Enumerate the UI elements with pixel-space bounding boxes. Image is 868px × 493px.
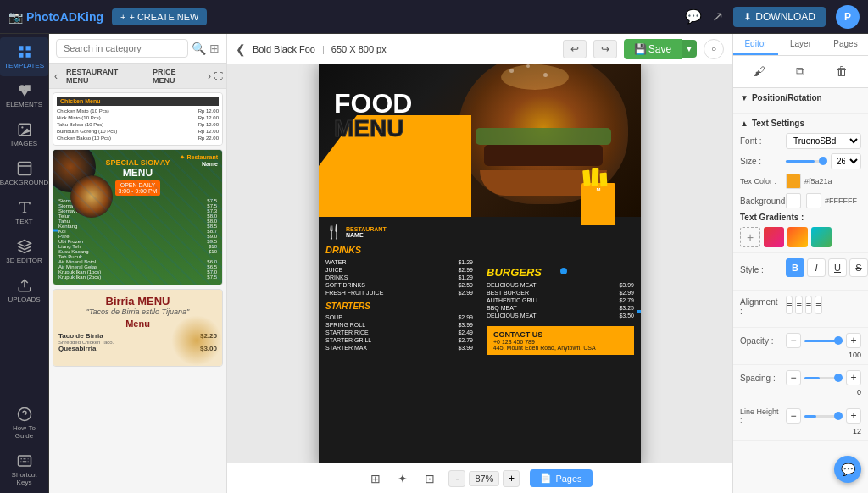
blue-arrow-right <box>637 310 641 313</box>
design-canvas[interactable]: FOOD MENU 🍴 RESTAURANT NAME <box>319 64 641 463</box>
line-height-minus-button[interactable]: − <box>786 408 801 424</box>
sidebar-background-label: BACKGROUND <box>0 179 48 186</box>
sidebar-item-shortcut[interactable]: Shortcut Keys <box>0 446 48 493</box>
canvas-wrapper[interactable]: FOOD MENU 🍴 RESTAURANT NAME <box>227 64 732 463</box>
tab-price-menu[interactable]: PRICE MENU <box>147 65 204 87</box>
size-select[interactable]: 26 <box>831 153 861 169</box>
star-bottom-icon[interactable]: ✦ <box>394 468 411 489</box>
download-button[interactable]: ⬇ DOWNLOAD <box>733 7 826 27</box>
text-settings-label: Text Settings <box>752 119 804 128</box>
background-color-box-white[interactable] <box>786 193 801 208</box>
cat-next-arrow[interactable]: › <box>206 69 213 84</box>
gradient-swatch-2[interactable] <box>787 227 808 247</box>
gradient-swatch-1[interactable] <box>764 227 784 247</box>
sidebar-item-howto[interactable]: How-To Guide <box>0 400 48 446</box>
canvas-prev-arrow[interactable]: ❮ <box>236 42 246 56</box>
size-slider-track[interactable] <box>786 160 827 163</box>
name-label: NAME <box>346 232 387 238</box>
left-menu-section: 🍴 RESTAURANT NAME DRINKS WATER$1.29 JUIC… <box>319 217 480 463</box>
trash-icon[interactable]: 🗑 <box>832 61 851 82</box>
tab-editor[interactable]: Editor <box>733 34 778 55</box>
template-card-1[interactable]: Chicken Menu Chicken Misto (10 Pcs)Rp 12… <box>53 92 223 146</box>
underline-button[interactable]: U <box>828 258 847 277</box>
line-height-thumb[interactable] <box>834 412 843 420</box>
right-menu-section: M BURGERS DELICIOUS MEAT$3.99 BEST BURGE… <box>480 217 641 463</box>
pages-button[interactable]: 📄 Pages <box>530 469 592 487</box>
search-input[interactable] <box>56 39 188 58</box>
text-color-box[interactable] <box>786 174 801 189</box>
opacity-thumb[interactable] <box>834 336 843 345</box>
chat-button[interactable]: 💬 <box>834 456 861 483</box>
burgers-section: BURGERS DELICIOUS MEAT$3.99 BEST BURGER$… <box>487 266 634 319</box>
sidebar-item-3deditor[interactable]: 3D EDITOR <box>0 232 48 271</box>
align-left-button[interactable]: ≡ <box>786 296 793 314</box>
contact-address: 445, Mount Eden Road, Anytown, USA <box>493 345 627 351</box>
search-bar: 🔍 ⊞ <box>49 34 226 64</box>
opacity-section: Opacity : − + 100 <box>733 328 868 365</box>
sidebar-elements-label: ELEMENTS <box>6 101 42 108</box>
crop-bottom-icon[interactable]: ⊡ <box>421 468 438 489</box>
zoom-minus-button[interactable]: - <box>448 470 465 487</box>
spacing-minus-button[interactable]: − <box>786 370 801 385</box>
background-label: Background <box>740 197 782 206</box>
avatar[interactable]: P <box>836 5 860 29</box>
align-justify-button[interactable]: ≡ <box>815 296 821 314</box>
sidebar-item-elements[interactable]: ELEMENTS <box>0 76 48 115</box>
line-height-slider[interactable] <box>804 415 843 418</box>
align-right-button[interactable]: ≡ <box>805 296 812 314</box>
copy-icon[interactable]: ⧉ <box>793 61 808 82</box>
cat-prev-arrow[interactable]: ‹ <box>53 69 59 84</box>
save-dropdown-button[interactable]: ▼ <box>682 40 697 58</box>
chat-icon[interactable]: 💬 <box>685 8 702 25</box>
opacity-plus-button[interactable]: + <box>846 333 861 348</box>
tab-layer[interactable]: Layer <box>778 34 823 55</box>
spacing-slider[interactable] <box>804 377 843 379</box>
background-color-box[interactable] <box>806 193 821 208</box>
align-center-button[interactable]: ≡ <box>795 296 802 314</box>
strikethrough-button[interactable]: S <box>849 258 868 277</box>
expand-icon[interactable]: ⛶ <box>214 71 223 80</box>
svg-point-8 <box>21 126 23 128</box>
sidebar-templates-label: TEMPLATES <box>4 62 44 69</box>
size-slider-thumb[interactable] <box>819 157 827 165</box>
redo-button[interactable]: ↪ <box>593 40 617 58</box>
italic-button[interactable]: I <box>807 258 826 277</box>
circle-action-btn[interactable]: ○ <box>704 39 724 59</box>
gradient-swatch-3[interactable] <box>811 227 832 247</box>
tab-pages[interactable]: Pages <box>823 34 868 55</box>
zoom-plus-button[interactable]: + <box>503 470 520 487</box>
template-card-siomay[interactable]: ✦ Restaurant Name SPECIAL SIOMAY MENU OP… <box>53 149 223 285</box>
left-sidebar: TEMPLATES ELEMENTS IMAGES BACKGROUND TEX… <box>0 34 49 493</box>
opacity-minus-button[interactable]: − <box>786 333 801 348</box>
brush-icon[interactable]: 🖌 <box>750 61 769 82</box>
line-height-section: Line Height : − + 12 <box>733 402 868 441</box>
opacity-fill <box>804 340 843 342</box>
template-card-birria[interactable]: Birria MENU "Tacos de Birria estilo Tiju… <box>53 289 223 367</box>
collapse-arrow-position[interactable]: ▼ <box>740 93 748 102</box>
collapse-arrow-text[interactable]: ▲ <box>740 119 748 128</box>
undo-button[interactable]: ↩ <box>563 40 587 58</box>
spacing-plus-button[interactable]: + <box>846 370 861 385</box>
save-button[interactable]: 💾 Save <box>624 39 682 59</box>
gradient-label: Text Gradients : <box>740 213 861 222</box>
blue-dot-indicator[interactable] <box>560 268 567 274</box>
search-icon[interactable]: 🔍 <box>192 42 206 55</box>
opacity-slider[interactable] <box>804 340 843 342</box>
food-menu-text: FOOD MENU <box>334 90 412 141</box>
sidebar-item-templates[interactable]: TEMPLATES <box>0 37 48 76</box>
bold-button[interactable]: B <box>786 258 804 277</box>
sidebar-item-uploads[interactable]: UPLOADS <box>0 271 48 310</box>
sidebar-item-background[interactable]: BACKGROUND <box>0 154 48 193</box>
gradient-add-button[interactable]: + <box>740 227 760 247</box>
tab-restaurant-menu[interactable]: RESTAURANT MENU <box>61 65 146 87</box>
create-new-button[interactable]: + + CREATE NEW <box>112 8 207 25</box>
sidebar-item-images[interactable]: IMAGES <box>0 115 48 154</box>
canvas-toolbar: ❮ Bold Black Foo | 650 X 800 px ↩ ↪ 💾 Sa… <box>227 34 732 64</box>
line-height-plus-button[interactable]: + <box>846 408 861 424</box>
spacing-thumb[interactable] <box>834 374 843 382</box>
grid-view-icon[interactable]: ⊞ <box>209 42 220 55</box>
font-select[interactable]: TruenoSBd <box>786 133 861 149</box>
share-icon[interactable]: ↗ <box>712 8 723 25</box>
sidebar-item-text[interactable]: TEXT <box>0 193 48 232</box>
grid-bottom-icon[interactable]: ⊞ <box>367 468 384 489</box>
